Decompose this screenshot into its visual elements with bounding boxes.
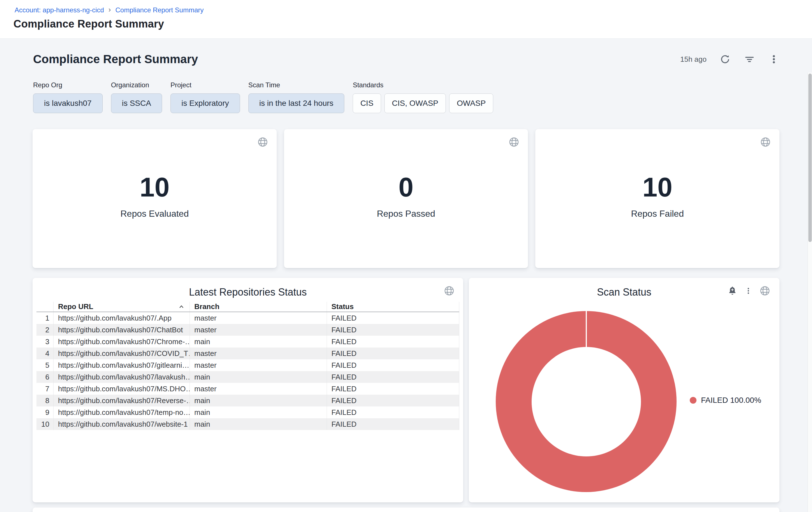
- status-cell: FAILED: [327, 406, 459, 418]
- scan-status-card: Scan Status: [469, 278, 780, 503]
- status-cell: FAILED: [327, 348, 459, 359]
- dashboard-header: Compliance Report Summary 15h ago: [33, 53, 780, 66]
- metric-label: Repos Failed: [631, 209, 684, 219]
- breadcrumb-account-link[interactable]: Account: app-harness-ng-cicd: [14, 6, 104, 14]
- table-row: 6 https://github.com/lavakush07/lavakush…: [36, 371, 459, 383]
- filter-chip-project[interactable]: is Exploratory: [171, 93, 240, 113]
- filter-label: Repo Org: [33, 81, 103, 89]
- repo-url-cell: https://github.com/lavakush07/COVID_T…: [53, 348, 190, 359]
- scan-card-actions: [727, 285, 771, 296]
- breadcrumb-separator: ›: [109, 6, 111, 13]
- refresh-button[interactable]: [720, 54, 731, 65]
- filter-group-repo-org: Repo Org is lavakush07: [33, 81, 103, 113]
- filter-chip-organization[interactable]: is SSCA: [111, 93, 162, 113]
- vertical-scrollbar-track: [808, 73, 812, 512]
- column-header-branch[interactable]: Branch: [190, 302, 327, 312]
- dashboard-actions: 15h ago: [680, 54, 780, 65]
- donut-slice-divider: [586, 311, 587, 347]
- repositories-table: Repo URL Branch Status 1 https://github.…: [36, 302, 459, 430]
- table-row: 10 https://github.com/lavakush07/website…: [36, 418, 459, 430]
- metric-value: 0: [399, 173, 413, 201]
- repo-url-cell: https://github.com/lavakush07/Reverse-…: [53, 395, 190, 406]
- column-header-status[interactable]: Status: [327, 302, 459, 312]
- row-number-cell: 5: [36, 359, 53, 371]
- row-number-cell: 7: [36, 383, 53, 395]
- filter-chip-standard-cis-owasp[interactable]: CIS, OWASP: [384, 93, 446, 113]
- filter-group-scan-time: Scan Time is in the last 24 hours: [249, 81, 345, 113]
- status-cell: FAILED: [327, 395, 459, 406]
- metric-value: 10: [140, 173, 170, 201]
- column-header-repo-url[interactable]: Repo URL: [53, 302, 190, 312]
- breadcrumb-current-link[interactable]: Compliance Report Summary: [116, 6, 204, 14]
- globe-icon[interactable]: [257, 136, 268, 147]
- table-header-row: Repo URL Branch Status: [36, 302, 459, 312]
- filter-label: Project: [171, 81, 240, 89]
- refresh-icon: [720, 54, 731, 65]
- repo-url-cell: https://github.com/lavakush07/lavakush…: [53, 371, 190, 383]
- table-row: 9 https://github.com/lavakush07/temp-no……: [36, 406, 459, 418]
- metric-card-repos-evaluated: 10 Repos Evaluated: [32, 129, 277, 268]
- status-cell: FAILED: [327, 324, 459, 336]
- vertical-scrollbar-thumb[interactable]: [808, 74, 812, 242]
- row-number-cell: 9: [36, 406, 53, 418]
- table-card-title: Latest Repositories Status: [32, 278, 463, 298]
- kebab-menu-icon: [744, 286, 753, 296]
- table-row: 5 https://github.com/lavakush07/gitlearn…: [36, 359, 459, 371]
- table-row: 8 https://github.com/lavakush07/Reverse-…: [36, 395, 459, 406]
- repo-url-cell: https://github.com/lavakush07/.App: [53, 312, 190, 324]
- metric-label: Repos Passed: [377, 209, 435, 219]
- branch-cell: main: [190, 336, 327, 348]
- branch-cell: main: [190, 406, 327, 418]
- row-number-header: [36, 302, 53, 312]
- dashboard-more-button[interactable]: [768, 54, 780, 65]
- branch-cell: master: [190, 348, 327, 359]
- metric-card-repos-passed: 0 Repos Passed: [284, 129, 528, 268]
- filter-chip-standard-cis[interactable]: CIS: [353, 93, 381, 113]
- status-cell: FAILED: [327, 371, 459, 383]
- table-row: 4 https://github.com/lavakush07/COVID_T……: [36, 348, 459, 359]
- legend-failed-label: FAILED 100.00%: [701, 396, 761, 405]
- filter-label: Scan Time: [249, 81, 345, 89]
- app-header: Account: app-harness-ng-cicd › Complianc…: [0, 0, 812, 39]
- dashboard-content: Compliance Report Summary 15h ago: [0, 39, 812, 512]
- status-cell: FAILED: [327, 383, 459, 395]
- repo-url-cell: https://github.com/lavakush07/Chrome-…: [53, 336, 190, 348]
- branch-cell: main: [190, 371, 327, 383]
- page-title: Compliance Report Summary: [13, 18, 812, 30]
- scan-status-donut-chart[interactable]: [496, 311, 676, 492]
- branch-cell: master: [190, 359, 327, 371]
- dashboard-title: Compliance Report Summary: [33, 53, 198, 66]
- scan-more-button[interactable]: [744, 286, 753, 296]
- globe-icon[interactable]: [759, 285, 771, 296]
- branch-cell: main: [190, 395, 327, 406]
- globe-icon[interactable]: [760, 136, 771, 147]
- globe-icon[interactable]: [443, 285, 455, 296]
- row-number-cell: 1: [36, 312, 53, 324]
- filter-button[interactable]: [744, 54, 755, 65]
- filter-icon: [744, 54, 755, 65]
- status-cell: FAILED: [327, 312, 459, 324]
- status-cell: FAILED: [327, 336, 459, 348]
- repo-url-cell: https://github.com/lavakush07/MS.DHO…: [53, 383, 190, 395]
- table-row: 2 https://github.com/lavakush07/ChatBot …: [36, 324, 459, 336]
- bell-plus-icon: [727, 286, 737, 296]
- filter-label: Standards: [353, 81, 493, 89]
- branch-cell: main: [190, 418, 327, 430]
- chart-legend[interactable]: FAILED 100.00%: [690, 396, 761, 405]
- status-cell: FAILED: [327, 359, 459, 371]
- row-number-cell: 10: [36, 418, 53, 430]
- breadcrumb: Account: app-harness-ng-cicd › Complianc…: [14, 6, 812, 14]
- repo-url-cell: https://github.com/lavakush07/website-1: [53, 418, 190, 430]
- last-updated-text: 15h ago: [680, 55, 706, 64]
- filter-chip-scan-time[interactable]: is in the last 24 hours: [249, 93, 345, 113]
- metric-card-repos-failed: 10 Repos Failed: [535, 129, 780, 268]
- latest-repositories-card: Latest Repositories Status Repo URL Br: [32, 278, 463, 503]
- alert-button[interactable]: [727, 286, 737, 296]
- row-number-cell: 2: [36, 324, 53, 336]
- filter-chip-standard-owasp[interactable]: OWASP: [449, 93, 493, 113]
- table-row: 1 https://github.com/lavakush07/.App mas…: [36, 312, 459, 324]
- filter-chip-repo-org[interactable]: is lavakush07: [33, 93, 103, 113]
- legend-failed-marker: [690, 397, 696, 404]
- branch-cell: master: [190, 383, 327, 395]
- globe-icon[interactable]: [508, 136, 520, 147]
